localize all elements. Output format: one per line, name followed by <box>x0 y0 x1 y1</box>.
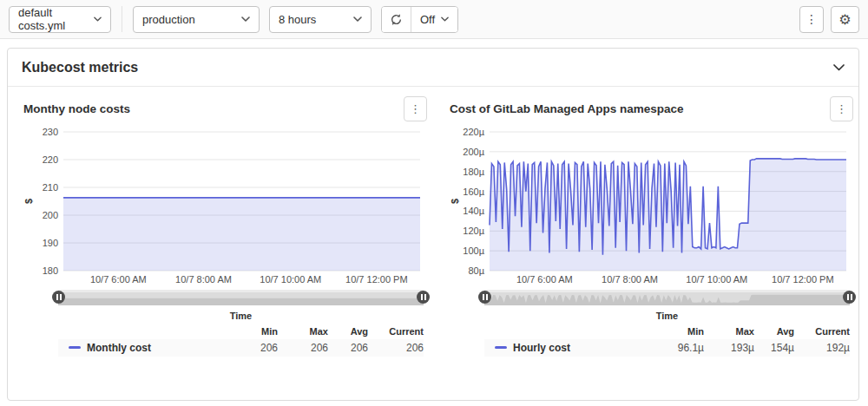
environment-select-value: production <box>142 13 195 26</box>
svg-text:$: $ <box>450 199 460 204</box>
refresh-interval-select[interactable]: Off <box>411 7 457 32</box>
chevron-down-icon <box>353 16 362 22</box>
svg-text:10/7 6:00 AM: 10/7 6:00 AM <box>516 274 573 285</box>
kubecost-metrics-card: Kubecost metrics Monthy node costs ⋮ 230… <box>7 48 859 401</box>
svg-text:120µ: 120µ <box>463 226 484 236</box>
panel-menu-button[interactable]: ⋮ <box>404 96 427 121</box>
legend-header-max: Max <box>278 324 328 339</box>
panel-header: Monthy node costs ⋮ <box>23 95 427 121</box>
svg-text:10/7 10:00 AM: 10/7 10:00 AM <box>260 274 321 285</box>
panel-gitlab-managed-apps-cost: Cost of GitLab Managed Apps namespace ⋮ … <box>450 95 853 357</box>
chevron-down-icon <box>241 16 250 22</box>
section-header[interactable]: Kubecost metrics <box>8 49 858 87</box>
panel-title: Monthy node costs <box>23 102 130 115</box>
stat-min: 96.1µ <box>654 339 704 357</box>
brush-handle-left[interactable] <box>52 291 65 304</box>
stat-max: 193µ <box>704 339 754 357</box>
svg-text:140µ: 140µ <box>463 206 484 216</box>
toolbar-divider <box>122 6 122 32</box>
time-range-select[interactable]: 8 hours <box>269 6 372 33</box>
legend-table: Min Max Avg Current Hourly cost 96.1µ 19… <box>484 324 850 357</box>
series-color-dash <box>69 346 81 349</box>
dashboard-file-select[interactable]: default costs.yml <box>9 6 111 33</box>
chevron-down-icon <box>94 16 102 22</box>
toolbar-actions: ⋮ ⚙ <box>799 6 859 33</box>
legend-table: Min Max Avg Current Monthly cost 206 206… <box>58 324 424 357</box>
x-axis-title: Time <box>484 311 850 321</box>
legend-header-max: Max <box>704 324 754 339</box>
panel-header: Cost of GitLab Managed Apps namespace ⋮ <box>450 95 853 121</box>
legend-header-current: Current <box>368 324 424 339</box>
panel-monthly-node-costs: Monthy node costs ⋮ 23022021020019018010… <box>23 95 427 357</box>
panel-menu-button[interactable]: ⋮ <box>830 96 853 121</box>
kebab-icon: ⋮ <box>806 12 818 26</box>
dashboard-file-select-value: default costs.yml <box>18 6 94 32</box>
svg-text:230: 230 <box>43 127 58 137</box>
section-title: Kubecost metrics <box>22 60 138 75</box>
brush-minimap <box>58 290 424 305</box>
svg-text:160µ: 160µ <box>463 187 484 197</box>
svg-text:10/7 8:00 AM: 10/7 8:00 AM <box>175 274 232 285</box>
time-brush[interactable] <box>58 290 424 305</box>
stat-avg: 206 <box>328 339 368 357</box>
legend-header-current: Current <box>794 324 850 339</box>
svg-text:180µ: 180µ <box>463 167 484 177</box>
svg-text:10/7 6:00 AM: 10/7 6:00 AM <box>90 274 147 285</box>
gear-icon: ⚙ <box>838 11 851 28</box>
monthly-node-costs-chart[interactable]: 23022021020019018010/7 6:00 AM10/7 8:00 … <box>23 121 424 286</box>
svg-text:200µ: 200µ <box>463 147 484 157</box>
dashboard-toolbar: default costs.yml production 8 hours Off… <box>0 0 868 39</box>
svg-text:200: 200 <box>43 210 58 220</box>
refresh-interval-value: Off <box>420 13 435 26</box>
x-axis-title: Time <box>58 311 424 321</box>
series-label: Monthly cost <box>87 342 151 354</box>
settings-button[interactable]: ⚙ <box>831 6 859 33</box>
stat-current: 192µ <box>794 339 850 357</box>
legend-header-avg: Avg <box>754 324 794 339</box>
svg-text:220: 220 <box>43 154 58 165</box>
svg-text:10/7 10:00 AM: 10/7 10:00 AM <box>686 274 747 285</box>
panel-title: Cost of GitLab Managed Apps namespace <box>450 102 684 115</box>
stat-current: 206 <box>368 339 424 357</box>
legend-header-avg: Avg <box>328 324 368 339</box>
time-range-select-value: 8 hours <box>279 13 316 26</box>
series-color-dash <box>495 346 507 349</box>
series-label: Hourly cost <box>513 342 570 354</box>
svg-text:220µ: 220µ <box>463 127 484 137</box>
svg-text:10/7 12:00 PM: 10/7 12:00 PM <box>772 274 834 285</box>
svg-text:$: $ <box>23 199 34 204</box>
kebab-icon: ⋮ <box>410 102 421 115</box>
svg-text:10/7 8:00 AM: 10/7 8:00 AM <box>602 274 658 285</box>
chevron-down-icon <box>441 16 449 22</box>
stat-max: 206 <box>278 339 328 357</box>
managed-apps-cost-chart[interactable]: 220µ200µ180µ160µ140µ120µ100µ80µ10/7 6:00… <box>450 121 850 286</box>
svg-text:180: 180 <box>43 265 58 276</box>
brush-handle-left[interactable] <box>478 291 491 304</box>
svg-text:80µ: 80µ <box>468 265 484 276</box>
brush-handle-right[interactable] <box>843 291 856 304</box>
environment-select[interactable]: production <box>133 6 260 33</box>
brush-minimap <box>484 290 850 305</box>
refresh-button[interactable] <box>382 7 411 32</box>
legend-row[interactable]: Hourly cost 96.1µ 193µ 154µ 192µ <box>484 339 850 357</box>
legend-header-min: Min <box>654 324 704 339</box>
svg-text:210: 210 <box>43 182 58 193</box>
brush-handle-right[interactable] <box>417 291 430 304</box>
stat-min: 206 <box>227 339 278 357</box>
svg-text:190: 190 <box>43 238 58 248</box>
legend-header-min: Min <box>227 324 278 339</box>
more-actions-button[interactable]: ⋮ <box>799 6 824 33</box>
refresh-control-group: Off <box>381 6 458 33</box>
svg-text:100µ: 100µ <box>463 246 484 256</box>
stat-avg: 154µ <box>754 339 794 357</box>
kebab-icon: ⋮ <box>836 102 847 115</box>
svg-text:10/7 12:00 PM: 10/7 12:00 PM <box>345 274 408 285</box>
collapse-chevron-icon[interactable] <box>833 64 845 71</box>
legend-row[interactable]: Monthly cost 206 206 206 206 <box>58 339 424 357</box>
charts-row: Monthy node costs ⋮ 23022021020019018010… <box>8 87 858 357</box>
time-brush[interactable] <box>484 290 850 305</box>
refresh-icon <box>390 13 403 26</box>
